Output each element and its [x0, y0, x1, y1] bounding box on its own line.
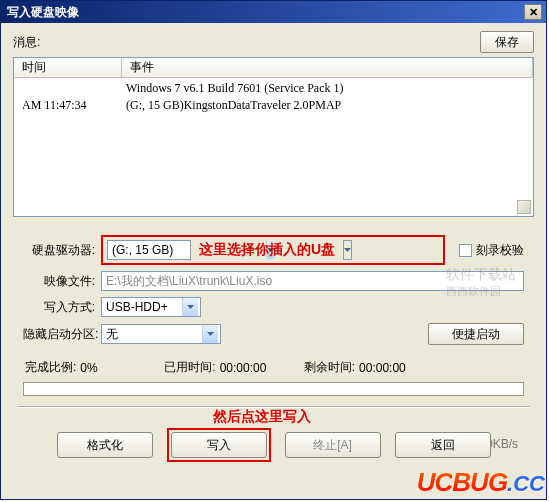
col-event-header[interactable]: 事件: [122, 58, 533, 77]
hidden-part-combo[interactable]: [101, 324, 221, 344]
write-highlight: 写入: [167, 428, 271, 462]
log-event: (G:, 15 GB)KingstonDataTraveler 2.0PMAP: [122, 97, 533, 114]
hidden-part-value[interactable]: [102, 325, 202, 343]
progress-bar: [23, 382, 524, 396]
write-button[interactable]: 写入: [171, 432, 267, 458]
log-body[interactable]: Windows 7 v6.1 Build 7601 (Service Pack …: [14, 78, 533, 216]
titlebar[interactable]: 写入硬盘映像 ✕: [1, 1, 546, 23]
write-mode-label: 写入方式:: [23, 299, 95, 316]
col-time-header[interactable]: 时间: [14, 58, 122, 77]
resize-grip-icon: [517, 200, 531, 214]
format-button[interactable]: 格式化: [57, 432, 153, 458]
drive-label: 硬盘驱动器:: [23, 242, 95, 259]
button-bar: 然后点这里写入 格式化 写入 终止[A] 返回: [13, 428, 534, 462]
stats-row: 完成比例: 0% 已用时间: 00:00:00 剩余时间: 00:00:00: [23, 359, 524, 376]
save-button[interactable]: 保存: [480, 31, 534, 53]
log-row: Windows 7 v6.1 Build 7601 (Service Pack …: [14, 80, 533, 97]
hidden-part-label: 隐藏启动分区:: [23, 326, 95, 343]
conv-boot-button[interactable]: 便捷启动: [428, 323, 524, 345]
drive-annotation: 这里选择你插入的U盘: [195, 241, 339, 259]
svg-marker-3: [207, 332, 214, 336]
svg-marker-1: [344, 248, 351, 252]
chevron-down-icon[interactable]: [343, 240, 352, 260]
progress-value: 0%: [80, 361, 160, 375]
drive-highlight: 这里选择你插入的U盘: [101, 235, 445, 265]
svg-marker-2: [187, 305, 194, 309]
checkbox-icon[interactable]: [459, 244, 472, 257]
log-row: AM 11:47:34 (G:, 15 GB)KingstonDataTrave…: [14, 97, 533, 114]
message-label: 消息:: [13, 34, 480, 51]
window-title: 写入硬盘映像: [7, 4, 524, 21]
write-mode-value[interactable]: [102, 298, 182, 316]
write-annotation: 然后点这里写入: [213, 408, 311, 426]
remain-label: 剩余时间:: [304, 359, 355, 376]
image-file-label: 映像文件:: [23, 273, 95, 290]
verify-label: 刻录校验: [476, 242, 524, 259]
remain-value: 00:00:00: [359, 361, 419, 375]
chevron-down-icon[interactable]: [182, 298, 198, 316]
log-event: Windows 7 v6.1 Build 7601 (Service Pack …: [122, 80, 533, 97]
log-time: [14, 80, 122, 97]
drive-combo[interactable]: [107, 240, 191, 260]
write-mode-combo[interactable]: [101, 297, 201, 317]
client-area: 消息: 保存 时间 事件 Windows 7 v6.1 Build 7601 (…: [1, 23, 546, 499]
elapsed-value: 00:00:00: [220, 361, 300, 375]
abort-button[interactable]: 终止[A]: [285, 432, 381, 458]
close-icon[interactable]: ✕: [524, 4, 542, 20]
log-header: 时间 事件: [14, 58, 533, 78]
chevron-down-icon[interactable]: [202, 325, 218, 343]
back-button[interactable]: 返回: [395, 432, 491, 458]
verify-checkbox[interactable]: 刻录校验: [459, 242, 524, 259]
progress-label: 完成比例:: [25, 359, 76, 376]
log-time: AM 11:47:34: [14, 97, 122, 114]
window: 写入硬盘映像 ✕ 消息: 保存 时间 事件 Windows 7 v6.1 Bui…: [0, 0, 547, 500]
log-panel: 时间 事件 Windows 7 v6.1 Build 7601 (Service…: [13, 57, 534, 217]
form-area: 硬盘驱动器: 这里选择你插入的U盘 刻录校验: [13, 235, 534, 396]
elapsed-label: 已用时间:: [164, 359, 215, 376]
image-file-input[interactable]: [101, 271, 524, 291]
